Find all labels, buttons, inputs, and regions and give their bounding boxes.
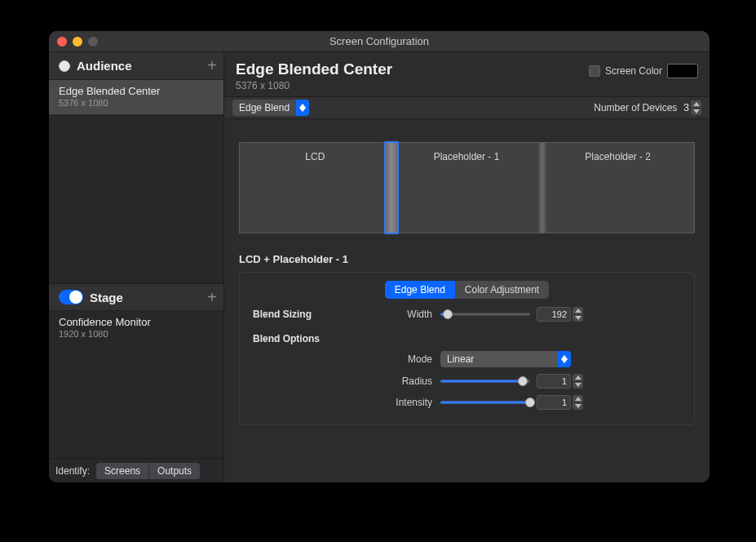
titlebar: Screen Configuration [49,31,710,52]
main-header: Edge Blended Center 5376 x 1080 Screen C… [224,52,710,96]
mode-dropdown[interactable]: Linear [440,351,571,367]
controls-tabs: Edge Blend Color Adjustment [253,281,681,299]
screen-color-checkbox[interactable] [589,65,600,77]
audience-toggle[interactable] [59,60,70,72]
devices-stepper[interactable] [691,100,701,115]
add-stage-button[interactable]: + [207,288,217,307]
number-of-devices: Number of Devices 3 [594,100,701,115]
screen-color-control: Screen Color [589,64,698,78]
radius-stepper[interactable] [573,374,583,389]
stage-list: Confidence Monitor 1920 x 1080 [49,311,223,458]
audience-label: Audience [77,59,207,73]
radius-slider[interactable] [440,375,530,387]
screen-preview[interactable]: LCD Placeholder - 1 Placeholder - 2 [239,142,695,233]
identify-row: Identify: Screens Outputs [49,458,223,482]
intensity-value[interactable]: 1 [537,395,571,410]
intensity-stepper[interactable] [573,395,583,410]
tab-edge-blend[interactable]: Edge Blend [385,281,455,299]
toolbar-row: Edge Blend Number of Devices 3 [224,96,710,119]
chevron-updown-icon [558,351,571,367]
intensity-slider[interactable] [440,397,530,408]
preview-panel-2[interactable]: Placeholder - 2 [542,143,694,233]
screen-color-label: Screen Color [605,65,662,77]
width-label: Width [375,309,432,320]
dropdown-label: Edge Blend [232,102,296,113]
devices-label: Number of Devices [594,102,677,113]
width-slider[interactable] [440,309,530,320]
preview-panel-0[interactable]: LCD [240,143,391,233]
screen-resolution: 5376 x 1080 [236,80,392,91]
screen-color-swatch[interactable] [667,64,698,78]
devices-value: 3 [683,102,689,113]
width-value[interactable]: 192 [537,307,571,322]
controls-title: LCD + Placeholder - 1 [239,253,695,265]
identify-screens-button[interactable]: Screens [96,463,148,479]
add-audience-button[interactable]: + [207,56,217,75]
blend-sizing-label: Blend Sizing [253,309,367,320]
identify-outputs-button[interactable]: Outputs [148,463,200,479]
stage-section-header: Stage + [49,283,223,311]
identify-segmented: Screens Outputs [96,463,200,479]
arrangement-mode-dropdown[interactable]: Edge Blend [232,100,309,116]
audience-section-header: Audience + [49,52,223,80]
chevron-updown-icon [296,100,309,116]
window-title: Screen Configuration [49,35,710,47]
radius-value[interactable]: 1 [537,374,571,389]
stage-label: Stage [90,291,207,304]
mode-label: Mode [375,353,432,365]
screen-configuration-window: Screen Configuration Audience + Edge Ble… [49,31,710,482]
stage-toggle[interactable] [59,290,83,304]
width-stepper[interactable] [573,307,583,322]
blend-controls: LCD + Placeholder - 1 Edge Blend Color A… [224,253,710,437]
screen-title: Edge Blended Center [236,60,392,78]
blend-region-selected[interactable] [384,141,399,234]
blend-region[interactable] [538,143,546,233]
blend-options-label: Blend Options [253,333,367,344]
list-item-name: Edge Blended Center [59,85,214,97]
preview-area: LCD Placeholder - 1 Placeholder - 2 [224,119,710,253]
list-item-resolution: 5376 x 1080 [59,98,214,108]
mode-value: Linear [440,353,558,365]
tab-color-adjustment[interactable]: Color Adjustment [455,281,549,299]
preview-panel-1[interactable]: Placeholder - 1 [391,143,543,233]
list-item-resolution: 1920 x 1080 [59,329,214,339]
audience-list: Edge Blended Center 5376 x 1080 [49,80,223,114]
main-panel: Edge Blended Center 5376 x 1080 Screen C… [224,52,710,482]
list-item-name: Confidence Monitor [59,316,214,328]
intensity-label: Intensity [375,397,432,408]
radius-label: Radius [375,375,432,387]
identify-label: Identify: [55,465,90,477]
sidebar: Audience + Edge Blended Center 5376 x 10… [49,52,224,482]
stage-list-item[interactable]: Confidence Monitor 1920 x 1080 [49,311,223,345]
audience-list-item[interactable]: Edge Blended Center 5376 x 1080 [49,80,223,114]
